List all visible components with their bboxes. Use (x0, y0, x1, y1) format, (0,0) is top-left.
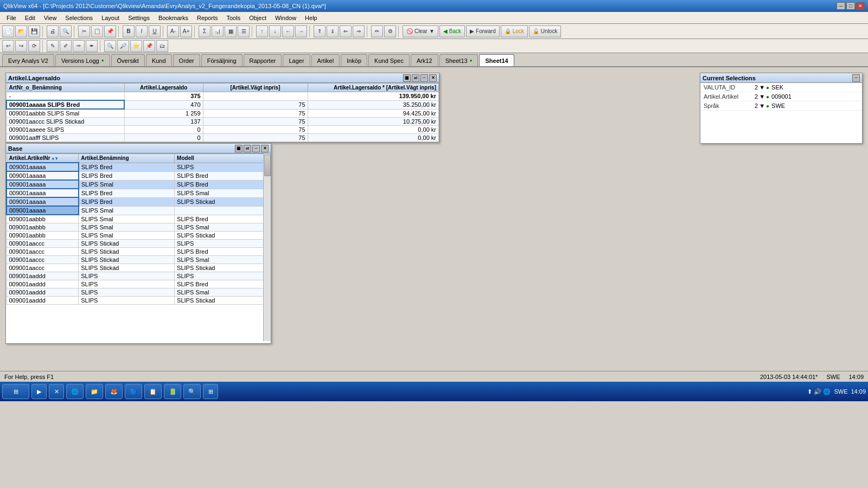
menu-bookmarks[interactable]: Bookmarks (154, 14, 193, 22)
tb-props[interactable]: ⚙ (384, 25, 396, 37)
lagersaldo-minimize[interactable]: ─ (420, 74, 428, 82)
taskbar-app-x[interactable]: ✕ (49, 384, 64, 399)
tb2-5[interactable]: ✐ (60, 40, 72, 52)
tb2-3[interactable]: ⟳ (28, 40, 40, 52)
tb-bold2[interactable]: Σ (199, 25, 210, 37)
tb2-2[interactable]: ↪ (15, 40, 27, 52)
base-scroll-thumb[interactable] (264, 155, 271, 176)
col-artikelnr[interactable]: Artikel.ArtikelNr ●▼ (7, 154, 79, 163)
tab-inkop[interactable]: Inköp (341, 54, 367, 66)
tb-preview[interactable]: 🔍 (60, 25, 72, 37)
tab-oversikt[interactable]: Översikt (111, 54, 145, 66)
taskbar-app-windows[interactable]: ⊞ (203, 384, 218, 399)
tb2-4[interactable]: ✎ (47, 40, 59, 52)
tb-a2[interactable]: ↓ (269, 25, 281, 37)
col-artnr[interactable]: ArtNr_o_Benämning (7, 84, 124, 92)
menu-window[interactable]: Window (271, 14, 301, 22)
col-benamning[interactable]: Artikel.Benämning (79, 154, 175, 163)
menu-object[interactable]: Object (245, 14, 271, 22)
tab-versions-logg[interactable]: Versions Logg (55, 54, 110, 66)
tab-kund-spec[interactable]: Kund Spec (368, 54, 410, 66)
base-export[interactable]: xl (244, 145, 251, 152)
base-close[interactable]: ✕ (261, 145, 269, 152)
menu-selections[interactable]: Selections (61, 14, 97, 22)
start-btn[interactable]: ⊞ (2, 384, 29, 399)
tb-list[interactable]: ☰ (238, 25, 250, 37)
tab-rapporter[interactable]: Rapporter (244, 54, 282, 66)
tb-a4[interactable]: → (295, 25, 307, 37)
lagersaldo-restore[interactable]: ▦ (403, 74, 411, 82)
tb2-8[interactable]: 🔍 (104, 40, 116, 52)
menu-help[interactable]: Help (301, 14, 322, 22)
tb-b4[interactable]: ⇒ (353, 25, 365, 37)
taskbar-app-media[interactable]: ▶ (31, 384, 47, 399)
tb2-1[interactable]: ↩ (2, 40, 14, 52)
menu-tools[interactable]: Tools (222, 14, 245, 22)
tb-design[interactable]: ✏ (371, 25, 383, 37)
menu-reports[interactable]: Reports (193, 14, 222, 22)
taskbar-app-browser[interactable]: 🌐 (66, 384, 84, 399)
taskbar-app-search[interactable]: 🔍 (183, 384, 201, 399)
tb-print[interactable]: 🖨 (47, 25, 59, 37)
menu-settings[interactable]: Settings (124, 14, 154, 22)
col-lagersaldo[interactable]: Artikel.Lagersaldo (124, 84, 203, 92)
maximize-btn[interactable]: □ (846, 2, 855, 10)
lagersaldo-close[interactable]: ✕ (429, 74, 437, 82)
tb2-11[interactable]: 📌 (143, 40, 155, 52)
taskbar-app-excel[interactable]: 📗 (164, 384, 181, 399)
col-total[interactable]: Artikel.Lagersaldo * [Artikel.Vägt inpri… (308, 84, 438, 92)
sel-controls-sprak[interactable]: 2 ▼ ● (755, 102, 769, 109)
tb-new[interactable]: 📄 (2, 25, 14, 37)
tab-lager[interactable]: Lager (283, 54, 310, 66)
taskbar-app-folder[interactable]: 📁 (86, 384, 103, 399)
tb-zoom-in[interactable]: A+ (180, 25, 192, 37)
tab-evry-analys[interactable]: Evry Analys V2 (2, 54, 54, 66)
lock-btn[interactable]: 🔒 Lock (501, 25, 528, 37)
lagersaldo-export[interactable]: xl (412, 74, 419, 82)
sel-controls-artikel[interactable]: 2 ▼ ● (755, 93, 769, 100)
minimize-btn[interactable]: ─ (837, 2, 845, 10)
tb-b3[interactable]: ⇐ (340, 25, 352, 37)
forward-btn[interactable]: ▶ Forward (466, 25, 500, 37)
tb-a1[interactable]: ↑ (256, 25, 268, 37)
tb2-9[interactable]: 🔎 (117, 40, 129, 52)
menu-view[interactable]: View (40, 14, 61, 22)
tb-b[interactable]: B (123, 25, 135, 37)
unlock-btn[interactable]: 🔓 Unlock (529, 25, 561, 37)
tb-b2[interactable]: ⇓ (327, 25, 339, 37)
close-btn[interactable]: ✕ (856, 2, 865, 10)
tab-forsaljning[interactable]: Försäljning (201, 54, 242, 66)
tab-sheet13[interactable]: Sheet13 (439, 54, 478, 66)
col-vagt[interactable]: [Artikel.Vägt inpris] (203, 84, 308, 92)
col-modell[interactable]: Modell (175, 154, 271, 163)
base-scrollbar[interactable] (263, 153, 271, 341)
tab-sheet14[interactable]: Sheet14 (479, 54, 514, 66)
tb2-6[interactable]: ✑ (73, 40, 85, 52)
tab-ark12[interactable]: Ark12 (411, 54, 438, 66)
sel-controls-valuta[interactable]: 2 ▼ ● (755, 84, 769, 91)
tb2-12[interactable]: 🗂 (156, 40, 168, 52)
lagersaldo-controls[interactable]: ▦ xl ─ ✕ (403, 74, 437, 82)
menu-file[interactable]: File (2, 14, 21, 22)
base-minimize[interactable]: ─ (252, 145, 260, 152)
tb-paste[interactable]: 📌 (104, 25, 116, 37)
tb-open[interactable]: 📂 (15, 25, 27, 37)
tb-cut[interactable]: ✂ (78, 25, 90, 37)
window-controls[interactable]: ─ □ ✕ (837, 2, 865, 10)
tab-kund[interactable]: Kund (146, 54, 172, 66)
clear-btn[interactable]: 🚫 Clear ▼ (403, 25, 438, 37)
tb-copy[interactable]: 📋 (91, 25, 103, 37)
selections-minimize[interactable]: ─ (852, 74, 860, 82)
tb-u[interactable]: U (149, 25, 161, 37)
base-restore[interactable]: ▦ (235, 145, 242, 152)
taskbar-app-firefox[interactable]: 🦊 (105, 384, 123, 399)
tb2-10[interactable]: ⭐ (130, 40, 142, 52)
menu-layout[interactable]: Layout (97, 14, 124, 22)
tb-table[interactable]: ▦ (225, 25, 237, 37)
tb-zoom-out[interactable]: A- (167, 25, 179, 37)
tb2-7[interactable]: ✒ (86, 40, 98, 52)
tb-save[interactable]: 💾 (28, 25, 40, 37)
tb-i[interactable]: I (136, 25, 148, 37)
tb-b1[interactable]: ⇑ (314, 25, 326, 37)
back-btn[interactable]: ◀ Back (439, 25, 465, 37)
